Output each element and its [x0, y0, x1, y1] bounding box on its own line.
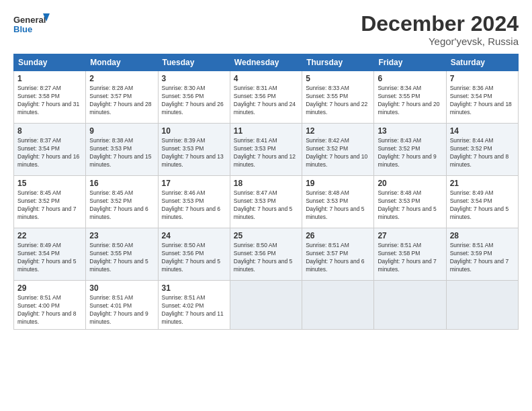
table-row: 17 Sunrise: 8:46 AMSunset: 3:53 PMDaylig…	[158, 176, 230, 228]
day-info: Sunrise: 8:34 AMSunset: 3:55 PMDaylight:…	[378, 85, 439, 116]
table-row: 5 Sunrise: 8:33 AMSunset: 3:55 PMDayligh…	[302, 71, 374, 124]
day-number: 4	[234, 74, 298, 83]
table-row: 3 Sunrise: 8:30 AMSunset: 3:56 PMDayligh…	[158, 71, 230, 124]
table-row: 21 Sunrise: 8:49 AMSunset: 3:54 PMDaylig…	[446, 176, 518, 228]
svg-text:General: General	[13, 15, 46, 25]
calendar-table: Sunday Monday Tuesday Wednesday Thursday…	[13, 54, 519, 330]
table-row: 20 Sunrise: 8:48 AMSunset: 3:53 PMDaylig…	[374, 176, 446, 228]
day-number: 24	[162, 231, 226, 240]
day-info: Sunrise: 8:27 AMSunset: 3:58 PMDaylight:…	[17, 85, 79, 116]
day-info: Sunrise: 8:42 AMSunset: 3:52 PMDaylight:…	[306, 137, 367, 168]
day-number: 25	[234, 231, 298, 240]
table-row: 11 Sunrise: 8:41 AMSunset: 3:53 PMDaylig…	[230, 124, 302, 176]
table-row: 4 Sunrise: 8:31 AMSunset: 3:56 PMDayligh…	[230, 71, 302, 124]
day-number: 2	[89, 74, 154, 83]
day-number: 11	[234, 126, 298, 136]
table-row: 18 Sunrise: 8:47 AMSunset: 3:53 PMDaylig…	[230, 176, 302, 228]
day-info: Sunrise: 8:31 AMSunset: 3:56 PMDaylight:…	[234, 85, 296, 116]
day-number: 13	[378, 126, 442, 136]
day-number: 19	[306, 179, 370, 188]
day-info: Sunrise: 8:44 AMSunset: 3:52 PMDaylight:…	[450, 137, 508, 168]
day-number: 12	[306, 126, 370, 136]
table-row: 23 Sunrise: 8:50 AMSunset: 3:55 PMDaylig…	[86, 228, 158, 281]
table-row: 6 Sunrise: 8:34 AMSunset: 3:55 PMDayligh…	[374, 71, 446, 124]
col-wednesday: Wednesday	[230, 54, 302, 71]
day-info: Sunrise: 8:50 AMSunset: 3:56 PMDaylight:…	[234, 242, 292, 273]
table-row: 10 Sunrise: 8:39 AMSunset: 3:53 PMDaylig…	[158, 124, 230, 176]
table-row: 14 Sunrise: 8:44 AMSunset: 3:52 PMDaylig…	[446, 124, 518, 176]
day-info: Sunrise: 8:37 AMSunset: 3:54 PMDaylight:…	[17, 137, 79, 168]
table-row: 13 Sunrise: 8:43 AMSunset: 3:52 PMDaylig…	[374, 124, 446, 176]
day-info: Sunrise: 8:51 AMSunset: 3:59 PMDaylight:…	[450, 242, 508, 273]
day-info: Sunrise: 8:51 AMSunset: 3:57 PMDaylight:…	[306, 242, 364, 273]
table-row: 28 Sunrise: 8:51 AMSunset: 3:59 PMDaylig…	[446, 228, 518, 281]
day-info: Sunrise: 8:39 AMSunset: 3:53 PMDaylight:…	[162, 137, 224, 168]
day-info: Sunrise: 8:43 AMSunset: 3:52 PMDaylight:…	[378, 137, 436, 168]
table-row: 27 Sunrise: 8:51 AMSunset: 3:58 PMDaylig…	[374, 228, 446, 281]
day-number: 15	[17, 179, 82, 188]
table-row: 25 Sunrise: 8:50 AMSunset: 3:56 PMDaylig…	[230, 228, 302, 281]
day-number: 22	[17, 231, 82, 240]
table-row	[230, 281, 302, 330]
col-thursday: Thursday	[302, 54, 374, 71]
day-info: Sunrise: 8:46 AMSunset: 3:53 PMDaylight:…	[162, 189, 220, 220]
day-info: Sunrise: 8:45 AMSunset: 3:52 PMDaylight:…	[89, 189, 148, 220]
day-info: Sunrise: 8:51 AMSunset: 3:58 PMDaylight:…	[378, 242, 436, 273]
col-sunday: Sunday	[14, 54, 86, 71]
day-number: 5	[306, 74, 370, 83]
table-row: 12 Sunrise: 8:42 AMSunset: 3:52 PMDaylig…	[302, 124, 374, 176]
col-monday: Monday	[86, 54, 158, 71]
logo: General Blue	[13, 12, 50, 38]
table-row: 1 Sunrise: 8:27 AMSunset: 3:58 PMDayligh…	[14, 71, 86, 124]
day-number: 20	[378, 179, 442, 188]
day-number: 30	[89, 283, 154, 293]
logo-svg: General Blue	[13, 12, 50, 38]
svg-text:Blue: Blue	[13, 24, 32, 34]
day-number: 14	[450, 126, 515, 136]
table-row: 22 Sunrise: 8:49 AMSunset: 3:54 PMDaylig…	[14, 228, 86, 281]
day-info: Sunrise: 8:30 AMSunset: 3:56 PMDaylight:…	[162, 85, 224, 116]
day-number: 21	[450, 179, 515, 188]
day-info: Sunrise: 8:51 AMSunset: 4:00 PMDaylight:…	[17, 294, 76, 325]
table-row: 2 Sunrise: 8:28 AMSunset: 3:57 PMDayligh…	[86, 71, 158, 124]
table-row	[446, 281, 518, 330]
day-info: Sunrise: 8:49 AMSunset: 3:54 PMDaylight:…	[17, 242, 76, 273]
location: Yegor'yevsk, Russia	[361, 36, 519, 47]
col-saturday: Saturday	[446, 54, 518, 71]
day-info: Sunrise: 8:28 AMSunset: 3:57 PMDaylight:…	[89, 85, 151, 116]
table-row: 9 Sunrise: 8:38 AMSunset: 3:53 PMDayligh…	[86, 124, 158, 176]
day-info: Sunrise: 8:33 AMSunset: 3:55 PMDaylight:…	[306, 85, 367, 116]
day-number: 17	[162, 179, 226, 188]
day-info: Sunrise: 8:50 AMSunset: 3:56 PMDaylight:…	[162, 242, 220, 273]
day-info: Sunrise: 8:50 AMSunset: 3:55 PMDaylight:…	[89, 242, 148, 273]
day-info: Sunrise: 8:45 AMSunset: 3:52 PMDaylight:…	[17, 189, 76, 220]
day-info: Sunrise: 8:51 AMSunset: 4:02 PMDaylight:…	[162, 294, 224, 325]
header-row: Sunday Monday Tuesday Wednesday Thursday…	[14, 54, 519, 71]
day-number: 6	[378, 74, 442, 83]
day-number: 27	[378, 231, 442, 240]
title-block: December 2024 Yegor'yevsk, Russia	[361, 12, 519, 47]
table-row	[302, 281, 374, 330]
day-number: 8	[17, 126, 82, 136]
table-row: 31 Sunrise: 8:51 AMSunset: 4:02 PMDaylig…	[158, 281, 230, 330]
table-row: 7 Sunrise: 8:36 AMSunset: 3:54 PMDayligh…	[446, 71, 518, 124]
day-info: Sunrise: 8:49 AMSunset: 3:54 PMDaylight:…	[450, 189, 508, 220]
day-number: 18	[234, 179, 298, 188]
day-number: 1	[17, 74, 82, 83]
day-info: Sunrise: 8:38 AMSunset: 3:53 PMDaylight:…	[89, 137, 151, 168]
table-row: 8 Sunrise: 8:37 AMSunset: 3:54 PMDayligh…	[14, 124, 86, 176]
table-row	[374, 281, 446, 330]
table-row: 29 Sunrise: 8:51 AMSunset: 4:00 PMDaylig…	[14, 281, 86, 330]
day-number: 7	[450, 74, 515, 83]
col-tuesday: Tuesday	[158, 54, 230, 71]
page: General Blue December 2024 Yegor'yevsk, …	[0, 0, 532, 411]
day-info: Sunrise: 8:47 AMSunset: 3:53 PMDaylight:…	[234, 189, 292, 220]
table-row: 24 Sunrise: 8:50 AMSunset: 3:56 PMDaylig…	[158, 228, 230, 281]
day-number: 31	[162, 283, 226, 293]
table-row: 15 Sunrise: 8:45 AMSunset: 3:52 PMDaylig…	[14, 176, 86, 228]
day-number: 9	[89, 126, 154, 136]
day-number: 28	[450, 231, 515, 240]
col-friday: Friday	[374, 54, 446, 71]
day-info: Sunrise: 8:36 AMSunset: 3:54 PMDaylight:…	[450, 85, 512, 116]
day-number: 29	[17, 283, 82, 293]
